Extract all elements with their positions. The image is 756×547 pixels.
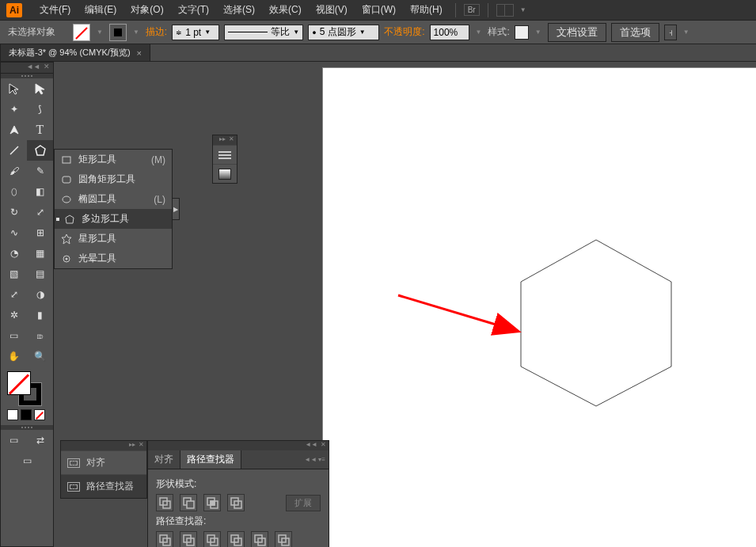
pencil-tool[interactable]: ✎ bbox=[27, 161, 53, 181]
pf-intersect[interactable] bbox=[203, 494, 221, 511]
pf-pathfinders-label: 路径查找器: bbox=[156, 515, 321, 528]
blob-brush-tool[interactable]: ⬯ bbox=[1, 181, 27, 202]
dock-align-button[interactable]: 对齐 bbox=[61, 450, 146, 474]
tools-panel-header[interactable]: ◄◄✕ bbox=[1, 63, 53, 74]
dock-collapse-icon[interactable]: ▸▸ bbox=[129, 441, 135, 450]
scale-tool[interactable]: ⤢ bbox=[27, 202, 53, 222]
symbol-sprayer-tool[interactable]: ✲ bbox=[1, 305, 27, 325]
menu-effect[interactable]: 效果(C) bbox=[264, 3, 306, 17]
artboard-tool[interactable]: ▭ bbox=[1, 325, 27, 346]
perspective-grid-tool[interactable]: ▦ bbox=[27, 243, 53, 264]
stroke-swatch[interactable] bbox=[109, 24, 127, 41]
pen-tool[interactable] bbox=[1, 120, 27, 140]
stroke-weight-input[interactable]: ≑ 1 pt ▼ bbox=[172, 25, 219, 40]
pf-merge[interactable] bbox=[203, 531, 221, 547]
hand-tool[interactable]: ✋ bbox=[1, 346, 27, 367]
document-setup-button[interactable]: 文档设置 bbox=[548, 23, 606, 42]
pf-tab-align[interactable]: 对齐 bbox=[148, 450, 180, 469]
lasso-tool[interactable]: ⟆ bbox=[27, 99, 53, 120]
close-tab-icon[interactable]: × bbox=[137, 48, 142, 58]
menu-view[interactable]: 视图(V) bbox=[311, 3, 352, 17]
slice-tool[interactable]: ⎄ bbox=[27, 325, 53, 346]
opacity-input[interactable]: 100% bbox=[430, 25, 469, 40]
flyout-rectangle[interactable]: 矩形工具 (M) bbox=[55, 150, 172, 169]
preferences-button[interactable]: 首选项 bbox=[611, 23, 659, 42]
panel-close-icon[interactable]: ✕ bbox=[229, 135, 234, 145]
menu-help[interactable]: 帮助(H) bbox=[405, 3, 447, 17]
flyout-rounded-rectangle[interactable]: 圆角矩形工具 bbox=[55, 169, 172, 189]
fill-swatch[interactable] bbox=[73, 24, 90, 41]
pf-close-icon[interactable]: ✕ bbox=[321, 441, 326, 450]
line-segment-tool[interactable] bbox=[1, 140, 27, 161]
rotate-tool[interactable]: ↻ bbox=[1, 202, 27, 222]
eyedropper-tool[interactable]: ⤢ bbox=[1, 284, 27, 305]
dock-close-icon[interactable]: ✕ bbox=[139, 441, 144, 450]
type-tool[interactable]: T bbox=[27, 120, 53, 140]
draw-mode[interactable]: ▭ bbox=[1, 450, 53, 471]
screen-mode-normal[interactable]: ▭ bbox=[1, 430, 27, 450]
paintbrush-tool[interactable]: 🖌 bbox=[1, 161, 27, 181]
pf-collapse-icon[interactable]: ◄◄ bbox=[305, 441, 317, 450]
fill-color-box[interactable] bbox=[7, 371, 31, 395]
screen-mode-change[interactable]: ⇄ bbox=[27, 430, 53, 450]
mesh-tool[interactable]: ▧ bbox=[1, 264, 27, 284]
flyout-flare[interactable]: 光晕工具 bbox=[55, 249, 172, 268]
free-transform-tool[interactable]: ⊞ bbox=[27, 222, 53, 243]
align-to-button[interactable]: ⫞ bbox=[664, 25, 677, 40]
pf-minus-front[interactable] bbox=[180, 494, 197, 511]
flyout-ellipse[interactable]: 椭圆工具 (L) bbox=[55, 189, 172, 209]
eraser-tool[interactable]: ◧ bbox=[27, 181, 53, 202]
pf-unite[interactable] bbox=[156, 494, 173, 511]
column-graph-tool[interactable]: ▮ bbox=[27, 305, 53, 325]
pf-crop[interactable] bbox=[227, 531, 245, 547]
fill-dropdown-icon[interactable]: ▼ bbox=[95, 28, 104, 36]
panel-icon-swatches[interactable] bbox=[213, 164, 237, 183]
dock-pathfinder-button[interactable]: 路径查找器 bbox=[61, 474, 146, 498]
menu-file[interactable]: 文件(F) bbox=[35, 3, 75, 17]
pf-expand-button[interactable]: 扩展 bbox=[286, 495, 321, 511]
document-tab[interactable]: 未标题-3* @ 94% (CMYK/预览) × bbox=[0, 44, 150, 61]
pf-tab-pathfinder[interactable]: 路径查找器 bbox=[180, 450, 241, 469]
panel-collapse-icon[interactable]: ▸▸ bbox=[219, 135, 226, 145]
workspace-layout-button[interactable] bbox=[496, 4, 514, 17]
menu-window[interactable]: 窗口(W) bbox=[357, 3, 401, 17]
width-tool[interactable]: ∿ bbox=[1, 222, 27, 243]
shape-builder-tool[interactable]: ◔ bbox=[1, 243, 27, 264]
none-mode-swatch[interactable] bbox=[34, 409, 45, 420]
flyout-polygon[interactable]: 多边形工具 bbox=[55, 209, 172, 229]
shape-tool[interactable] bbox=[27, 140, 53, 161]
menu-object[interactable]: 对象(O) bbox=[126, 3, 168, 17]
pf-divide[interactable] bbox=[156, 531, 173, 547]
zoom-tool[interactable]: 🔍 bbox=[27, 346, 53, 367]
variable-width-profile[interactable]: 等比 ▼ bbox=[224, 25, 303, 40]
pf-minus-back[interactable] bbox=[275, 531, 292, 547]
gradient-mode-swatch[interactable] bbox=[21, 409, 32, 420]
svg-marker-9 bbox=[62, 234, 71, 244]
fill-stroke-indicator[interactable] bbox=[7, 371, 42, 406]
pf-outline[interactable] bbox=[251, 531, 268, 547]
pf-trim[interactable] bbox=[180, 531, 197, 547]
menu-select[interactable]: 选择(S) bbox=[218, 3, 260, 17]
blend-tool[interactable]: ◑ bbox=[27, 284, 53, 305]
stroke-dropdown-icon[interactable]: ▼ bbox=[131, 28, 141, 36]
color-mode-swatch[interactable] bbox=[7, 409, 18, 420]
direct-selection-tool[interactable] bbox=[27, 78, 53, 99]
graphic-style-swatch[interactable] bbox=[515, 25, 529, 40]
flyout-tearoff-icon[interactable]: ▶ bbox=[172, 198, 180, 220]
pf-exclude[interactable] bbox=[227, 494, 245, 511]
selection-tool[interactable] bbox=[1, 78, 27, 99]
panel-icon-brushes[interactable] bbox=[213, 145, 237, 164]
brush-definition[interactable]: ● 5 点圆形 ▼ bbox=[308, 25, 379, 40]
bridge-button[interactable]: Br bbox=[464, 4, 480, 16]
gradient-tool[interactable]: ▤ bbox=[27, 264, 53, 284]
hexagon-shape[interactable] bbox=[513, 236, 679, 410]
flyout-star[interactable]: 星形工具 bbox=[55, 229, 172, 249]
style-dropdown-icon[interactable]: ▼ bbox=[534, 28, 543, 36]
menu-edit[interactable]: 编辑(E) bbox=[80, 3, 121, 17]
magic-wand-tool[interactable]: ✦ bbox=[1, 99, 27, 120]
opacity-dropdown-icon[interactable]: ▼ bbox=[474, 28, 484, 36]
menubar: Ai 文件(F) 编辑(E) 对象(O) 文字(T) 选择(S) 效果(C) 视… bbox=[0, 0, 756, 21]
workspace-dropdown-icon[interactable]: ▼ bbox=[520, 6, 526, 13]
menu-type[interactable]: 文字(T) bbox=[173, 3, 214, 17]
pf-panel-menu-icon[interactable]: ◄◄ ▾≡ bbox=[301, 450, 329, 469]
